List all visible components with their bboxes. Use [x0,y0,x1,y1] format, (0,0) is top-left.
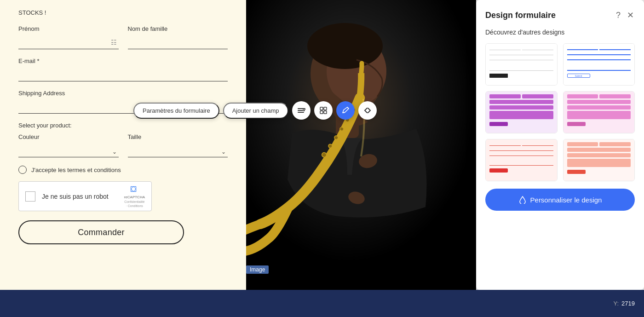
first-name-input[interactable] [18,36,119,47]
droplet-icon [518,196,527,204]
design-card-1[interactable] [485,43,558,86]
design-card-5[interactable] [485,139,558,181]
captcha-text-area: Je ne suis pas un robot [42,193,118,200]
layout-icon-button[interactable] [314,101,333,120]
last-name-input[interactable] [128,36,228,47]
size-select[interactable] [128,144,228,155]
bottom-bar: Y: 2719 [0,290,644,317]
design-card-6[interactable] [563,139,635,181]
image-label: Image [246,265,269,274]
size-group: Taille ⌄ [128,133,228,157]
help-button[interactable]: ? [615,10,621,21]
email-input[interactable] [18,68,228,79]
design-panel: Design formulaire ? ✕ Découvrez d'autres… [476,0,644,290]
captcha-brand: ⛋ reCAPTCHA Confidentialité · Conditions [124,184,145,208]
svg-rect-20 [320,111,323,114]
color-label: Couleur [18,133,119,140]
submit-button[interactable]: Commander [18,220,184,244]
svg-line-22 [347,107,349,109]
design-card-2[interactable]: Submit [563,43,635,86]
design-grid: Submit [485,43,635,181]
image-area [246,0,476,290]
recaptcha-logo-icon: ⛋ [130,184,138,194]
name-row: Prénom ☷ Nom de famille [18,25,228,49]
size-label: Taille [128,133,228,140]
floating-toolbar: Paramètres du formulaire Ajouter un cham… [133,101,377,120]
svg-rect-18 [320,107,323,110]
captcha-sub-text: Confidentialité · Conditions [124,200,144,208]
product-options-row: Couleur ⌄ Taille ⌄ [18,133,228,157]
last-name-input-wrapper [128,36,228,49]
panel-title: Design formulaire [485,11,556,20]
svg-rect-19 [324,107,327,110]
personnaliser-button[interactable]: Personnaliser le design [485,189,635,211]
color-select[interactable] [18,144,119,155]
captcha-box[interactable]: Je ne suis pas un robot ⛋ reCAPTCHA Conf… [18,181,152,211]
stocks-label: STOCKS ! [18,9,228,16]
size-select-wrapper: ⌄ [128,144,228,157]
last-name-group: Nom de famille [128,25,228,49]
size-chevron-icon: ⌄ [221,149,226,155]
form-area: STOCKS ! Prénom ☷ Nom de famille E-mail … [0,0,246,317]
form-settings-button[interactable]: Paramètres du formulaire [133,103,219,119]
saxophone-image [246,0,476,290]
first-name-input-wrapper: ☷ [18,36,119,49]
personnaliser-label: Personnaliser le design [530,196,602,204]
email-label: E-mail * [18,58,228,64]
email-input-wrapper [18,68,228,81]
color-group: Couleur ⌄ [18,133,119,157]
arrow-icon-button[interactable] [358,101,377,120]
color-select-wrapper: ⌄ [18,144,119,157]
contact-card-icon: ☷ [111,39,117,46]
y-label: Y: [614,300,619,307]
svg-rect-21 [324,111,327,114]
panel-actions: ? ✕ [615,9,635,21]
terms-label: J'accepte les termes et conditions [31,167,121,173]
design-card-4[interactable] [563,91,635,133]
terms-row[interactable]: J'accepte les termes et conditions [18,166,228,174]
email-group: E-mail * [18,58,228,81]
close-button[interactable]: ✕ [626,9,635,21]
design-card-3[interactable] [485,91,558,133]
svg-point-4 [307,23,383,69]
edit-design-icon-button[interactable] [336,101,355,120]
last-name-label: Nom de famille [128,25,228,32]
panel-header: Design formulaire ? ✕ [485,9,635,21]
first-name-label: Prénom [18,25,119,32]
shipping-label: Shipping Address [18,90,228,97]
color-chevron-icon: ⌄ [112,149,117,155]
terms-radio[interactable] [18,166,27,174]
first-name-group: Prénom ☷ [18,25,119,49]
captcha-text: Je ne suis pas un robot [42,193,118,200]
product-label: Select your product: [18,122,228,129]
checklist-icon-button[interactable] [292,101,310,120]
captcha-checkbox[interactable] [25,191,35,202]
captcha-brand-label: reCAPTCHA [124,195,145,199]
y-value: 2719 [621,300,635,307]
panel-subtitle: Découvrez d'autres designs [485,29,635,36]
add-field-button[interactable]: Ajouter un champ [223,103,288,119]
